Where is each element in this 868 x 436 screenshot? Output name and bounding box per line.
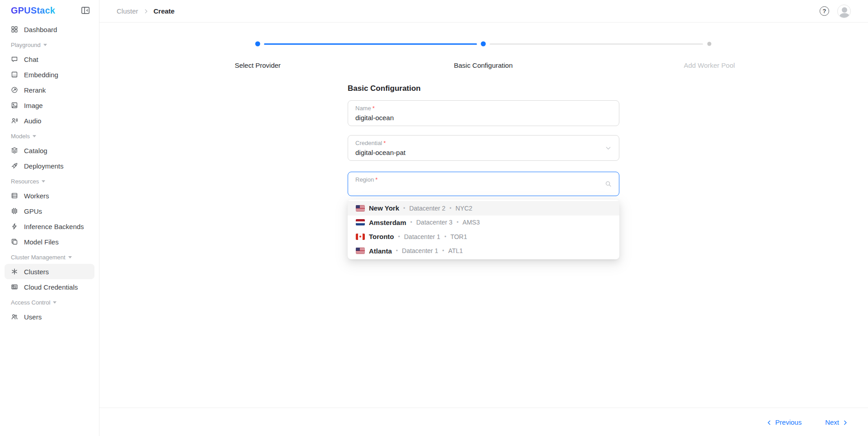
breadcrumb: Cluster Create (117, 7, 175, 15)
region-option-nyc2[interactable]: New York • Datacenter 2 • NYC2 (348, 201, 619, 216)
sidebar-item-catalog[interactable]: Catalog (5, 143, 94, 158)
required-mark: * (373, 105, 375, 112)
chevron-left-icon (766, 419, 772, 425)
dashboard-icon (11, 26, 18, 33)
breadcrumb-cluster[interactable]: Cluster (117, 7, 138, 15)
sidebar-item-label: Clusters (24, 268, 49, 276)
sidebar-item-image[interactable]: Image (5, 98, 94, 113)
chevron-right-icon (143, 8, 149, 14)
ca-flag-icon (356, 234, 365, 240)
previous-button-label: Previous (775, 418, 802, 426)
step-line-2 (490, 43, 703, 45)
bullet-separator: • (403, 205, 405, 211)
sidebar-section-resources[interactable]: Resources (0, 174, 99, 188)
region-option-tor1[interactable]: Toronto • Datacenter 1 • TOR1 (348, 230, 619, 244)
catalog-icon (11, 147, 18, 154)
sidebar-section-models[interactable]: Models (0, 129, 99, 143)
next-button[interactable]: Next (825, 418, 848, 426)
sidebar-item-users[interactable]: Users (5, 309, 94, 324)
option-datacenter: Datacenter 3 (416, 219, 453, 226)
sidebar-item-chat[interactable]: Chat (5, 52, 94, 67)
sidebar-item-label: Model Files (24, 238, 59, 246)
chevron-down-icon (42, 180, 45, 183)
bullet-separator: • (457, 219, 458, 225)
region-option-atl1[interactable]: Atlanta • Datacenter 1 • ATL1 (348, 244, 619, 258)
bullet-separator: • (442, 248, 444, 254)
region-select[interactable]: Region* (348, 172, 619, 196)
name-field[interactable]: Name* digital-ocean (348, 100, 619, 126)
sidebar-item-label: Chat (24, 56, 38, 63)
sidebar-item-deployments[interactable]: Deployments (5, 158, 94, 173)
region-option-ams3[interactable]: Amsterdam • Datacenter 3 • AMS3 (348, 216, 619, 230)
wizard-footer: Previous Next (99, 408, 868, 436)
sidebar-item-embedding[interactable]: Embedding (5, 67, 94, 82)
credential-field-label: Credential* (355, 140, 612, 147)
user-avatar[interactable] (837, 5, 851, 18)
top-header: Cluster Create ? (99, 0, 868, 23)
sidebar-item-rerank[interactable]: Rerank (5, 82, 94, 98)
sidebar-item-label: Inference Backends (24, 223, 84, 230)
gpus-icon (11, 207, 18, 215)
step-dot-select-provider (255, 42, 260, 47)
sidebar-item-clusters[interactable]: Clusters (5, 264, 94, 279)
sidebar-item-model-files[interactable]: Model Files (5, 234, 94, 249)
region-label-text: Region (355, 176, 374, 183)
option-city: Amsterdam (369, 219, 406, 226)
step-label-select-provider: Select Provider (235, 61, 281, 69)
sidebar-item-label: Dashboard (24, 26, 57, 33)
chevron-down-icon (33, 135, 36, 137)
sidebar-item-dashboard[interactable]: Dashboard (5, 22, 94, 37)
help-icon[interactable]: ? (820, 6, 829, 16)
option-datacenter: Datacenter 2 (409, 205, 445, 212)
step-dot-basic-configuration (481, 42, 486, 47)
workers-icon (11, 192, 18, 199)
id-card-icon (11, 283, 18, 291)
option-city: New York (369, 204, 399, 212)
us-flag-icon (356, 205, 365, 211)
previous-button[interactable]: Previous (766, 418, 802, 426)
sidebar-item-workers[interactable]: Workers (5, 188, 94, 203)
sidebar-item-inference-backends[interactable]: Inference Backends (5, 219, 94, 234)
sidebar-item-label: Catalog (24, 147, 47, 155)
users-icon (11, 313, 18, 320)
sidebar-section-playground[interactable]: Playground (0, 38, 99, 52)
sidebar-item-gpus[interactable]: GPUs (5, 203, 94, 219)
sidebar-section-cluster-management[interactable]: Cluster Management (0, 250, 99, 264)
sidebar-item-label: Image (24, 102, 43, 109)
chat-icon (11, 56, 18, 63)
bullet-separator: • (396, 248, 398, 254)
section-label-text: Access Control (11, 299, 50, 306)
sidebar-item-audio[interactable]: Audio (5, 113, 94, 128)
nl-flag-icon (356, 219, 365, 225)
header-actions: ? (820, 5, 851, 18)
sidebar-item-label: Cloud Credentials (24, 283, 78, 291)
option-code: NYC2 (456, 205, 472, 212)
option-code: TOR1 (450, 233, 467, 240)
step-line-1 (264, 43, 477, 45)
sidebar-section-access-control[interactable]: Access Control (0, 295, 99, 309)
bullet-separator: • (444, 234, 446, 240)
sidebar-item-label: Rerank (24, 86, 46, 94)
step-dot-add-worker-pool (708, 42, 712, 46)
audio-icon (11, 117, 18, 124)
credential-select[interactable]: Credential* digital-ocean-pat (348, 135, 619, 161)
rerank-icon (11, 86, 18, 94)
option-code: ATL1 (448, 247, 462, 254)
lightning-icon (11, 223, 18, 230)
sidebar-item-cloud-credentials[interactable]: Cloud Credentials (5, 279, 94, 295)
breadcrumb-create: Create (154, 7, 175, 15)
option-city: Atlanta (369, 247, 392, 255)
region-dropdown: New York • Datacenter 2 • NYC2 Amsterdam… (348, 200, 619, 259)
bullet-separator: • (410, 219, 412, 225)
section-label-text: Models (11, 133, 30, 140)
sidebar-item-label: Deployments (24, 162, 64, 170)
gpustack-logo: GPUStack (11, 5, 55, 16)
step-label-add-worker-pool: Add Worker Pool (684, 61, 735, 69)
section-label-text: Cluster Management (11, 254, 66, 261)
sidebar-item-label: Audio (24, 117, 41, 125)
search-icon (605, 181, 612, 188)
sidebar-collapse-icon[interactable] (81, 6, 90, 15)
deployments-icon (11, 162, 18, 169)
sidebar: GPUStack Dashboard Playground Chat Embed… (0, 0, 99, 436)
section-label-text: Playground (11, 42, 41, 48)
